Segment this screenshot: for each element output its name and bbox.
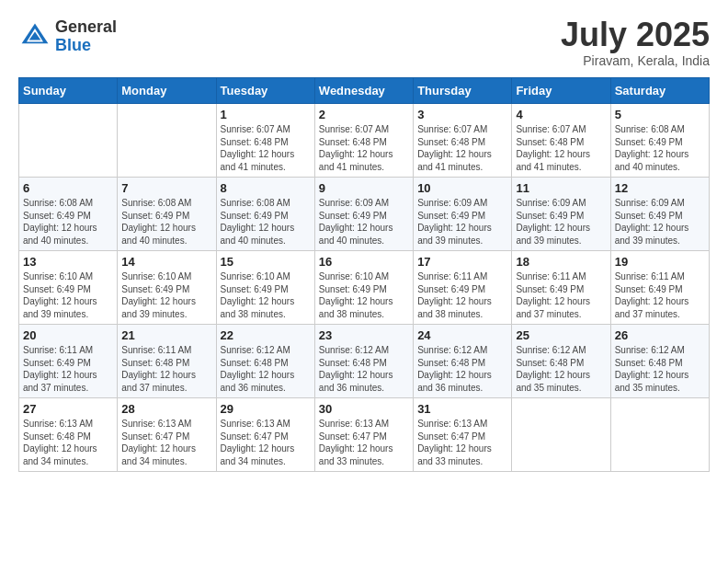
calendar-cell: 8Sunrise: 6:08 AMSunset: 6:49 PMDaylight… xyxy=(216,178,314,251)
day-number: 19 xyxy=(615,255,705,269)
title-block: July 2025 Piravam, Kerala, India xyxy=(561,18,710,68)
weekday-header: Wednesday xyxy=(314,78,413,104)
day-number: 3 xyxy=(417,108,507,121)
day-info: Sunrise: 6:12 AMSunset: 6:48 PMDaylight:… xyxy=(319,344,409,394)
calendar-cell: 18Sunrise: 6:11 AMSunset: 6:49 PMDayligh… xyxy=(512,251,610,325)
logo-icon xyxy=(18,20,51,53)
calendar-cell: 5Sunrise: 6:08 AMSunset: 6:49 PMDaylight… xyxy=(610,104,709,178)
day-number: 12 xyxy=(615,181,705,195)
day-info: Sunrise: 6:11 AMSunset: 6:49 PMDaylight:… xyxy=(615,270,705,320)
calendar-cell: 21Sunrise: 6:11 AMSunset: 6:48 PMDayligh… xyxy=(118,325,216,398)
day-info: Sunrise: 6:09 AMSunset: 6:49 PMDaylight:… xyxy=(417,197,507,247)
calendar-cell: 13Sunrise: 6:10 AMSunset: 6:49 PMDayligh… xyxy=(19,251,118,325)
day-number: 15 xyxy=(221,255,311,269)
weekday-header: Friday xyxy=(512,78,610,104)
calendar-header-row: SundayMondayTuesdayWednesdayThursdayFrid… xyxy=(19,78,710,104)
calendar-cell: 7Sunrise: 6:08 AMSunset: 6:49 PMDaylight… xyxy=(118,178,216,251)
calendar-cell: 31Sunrise: 6:13 AMSunset: 6:47 PMDayligh… xyxy=(414,398,512,472)
calendar-cell xyxy=(118,104,216,178)
day-info: Sunrise: 6:09 AMSunset: 6:49 PMDaylight:… xyxy=(615,197,705,247)
day-info: Sunrise: 6:07 AMSunset: 6:48 PMDaylight:… xyxy=(319,123,409,173)
day-number: 24 xyxy=(417,328,507,342)
day-info: Sunrise: 6:11 AMSunset: 6:49 PMDaylight:… xyxy=(23,344,113,394)
calendar-cell: 14Sunrise: 6:10 AMSunset: 6:49 PMDayligh… xyxy=(118,251,216,325)
calendar-cell: 1Sunrise: 6:07 AMSunset: 6:48 PMDaylight… xyxy=(216,104,314,178)
day-number: 17 xyxy=(417,255,507,269)
day-number: 9 xyxy=(319,181,409,195)
day-info: Sunrise: 6:12 AMSunset: 6:48 PMDaylight:… xyxy=(615,344,705,394)
day-number: 8 xyxy=(221,181,311,195)
calendar-cell: 11Sunrise: 6:09 AMSunset: 6:49 PMDayligh… xyxy=(512,178,610,251)
day-number: 11 xyxy=(516,181,606,195)
calendar-cell: 22Sunrise: 6:12 AMSunset: 6:48 PMDayligh… xyxy=(216,325,314,398)
day-info: Sunrise: 6:10 AMSunset: 6:49 PMDaylight:… xyxy=(121,270,211,320)
calendar-cell: 24Sunrise: 6:12 AMSunset: 6:48 PMDayligh… xyxy=(414,325,512,398)
day-number: 16 xyxy=(319,255,409,269)
day-number: 29 xyxy=(221,402,311,416)
day-number: 4 xyxy=(516,108,606,121)
day-info: Sunrise: 6:10 AMSunset: 6:49 PMDaylight:… xyxy=(23,270,113,320)
day-info: Sunrise: 6:13 AMSunset: 6:47 PMDaylight:… xyxy=(121,418,211,467)
calendar-cell: 2Sunrise: 6:07 AMSunset: 6:48 PMDaylight… xyxy=(314,104,413,178)
day-number: 20 xyxy=(23,328,113,342)
day-info: Sunrise: 6:07 AMSunset: 6:48 PMDaylight:… xyxy=(417,123,507,173)
calendar-week-row: 1Sunrise: 6:07 AMSunset: 6:48 PMDaylight… xyxy=(19,104,710,178)
page-header: General Blue July 2025 Piravam, Kerala, … xyxy=(18,18,710,68)
calendar-week-row: 13Sunrise: 6:10 AMSunset: 6:49 PMDayligh… xyxy=(19,251,710,325)
day-info: Sunrise: 6:08 AMSunset: 6:49 PMDaylight:… xyxy=(221,197,311,247)
day-number: 13 xyxy=(23,255,113,269)
month-title: July 2025 xyxy=(561,18,710,52)
day-info: Sunrise: 6:13 AMSunset: 6:47 PMDaylight:… xyxy=(221,418,311,467)
logo-general: General xyxy=(55,17,117,36)
logo-blue: Blue xyxy=(55,36,91,54)
day-number: 7 xyxy=(121,181,211,195)
day-number: 23 xyxy=(319,328,409,342)
day-number: 5 xyxy=(615,108,705,121)
calendar-week-row: 20Sunrise: 6:11 AMSunset: 6:49 PMDayligh… xyxy=(19,325,710,398)
day-info: Sunrise: 6:09 AMSunset: 6:49 PMDaylight:… xyxy=(516,197,606,247)
day-info: Sunrise: 6:13 AMSunset: 6:47 PMDaylight:… xyxy=(319,418,409,467)
day-info: Sunrise: 6:11 AMSunset: 6:49 PMDaylight:… xyxy=(417,270,507,320)
calendar-cell: 3Sunrise: 6:07 AMSunset: 6:48 PMDaylight… xyxy=(414,104,512,178)
calendar-cell xyxy=(512,398,610,472)
day-info: Sunrise: 6:08 AMSunset: 6:49 PMDaylight:… xyxy=(121,197,211,247)
calendar-cell: 28Sunrise: 6:13 AMSunset: 6:47 PMDayligh… xyxy=(118,398,216,472)
day-number: 18 xyxy=(516,255,606,269)
logo-text: General Blue xyxy=(55,18,117,55)
day-number: 14 xyxy=(121,255,211,269)
calendar-cell: 25Sunrise: 6:12 AMSunset: 6:48 PMDayligh… xyxy=(512,325,610,398)
calendar-cell: 19Sunrise: 6:11 AMSunset: 6:49 PMDayligh… xyxy=(610,251,709,325)
day-info: Sunrise: 6:11 AMSunset: 6:49 PMDaylight:… xyxy=(516,270,606,320)
calendar-cell: 6Sunrise: 6:08 AMSunset: 6:49 PMDaylight… xyxy=(19,178,118,251)
day-number: 25 xyxy=(516,328,606,342)
day-info: Sunrise: 6:07 AMSunset: 6:48 PMDaylight:… xyxy=(221,123,311,173)
day-number: 26 xyxy=(615,328,705,342)
calendar-cell: 10Sunrise: 6:09 AMSunset: 6:49 PMDayligh… xyxy=(414,178,512,251)
day-number: 31 xyxy=(417,402,507,416)
day-info: Sunrise: 6:12 AMSunset: 6:48 PMDaylight:… xyxy=(417,344,507,394)
weekday-header: Tuesday xyxy=(216,78,314,104)
location: Piravam, Kerala, India xyxy=(561,53,710,68)
day-info: Sunrise: 6:07 AMSunset: 6:48 PMDaylight:… xyxy=(516,123,606,173)
calendar-table: SundayMondayTuesdayWednesdayThursdayFrid… xyxy=(18,77,710,472)
calendar-cell: 23Sunrise: 6:12 AMSunset: 6:48 PMDayligh… xyxy=(314,325,413,398)
weekday-header: Saturday xyxy=(610,78,709,104)
day-info: Sunrise: 6:11 AMSunset: 6:48 PMDaylight:… xyxy=(121,344,211,394)
day-number: 30 xyxy=(319,402,409,416)
day-number: 6 xyxy=(23,181,113,195)
calendar-cell: 26Sunrise: 6:12 AMSunset: 6:48 PMDayligh… xyxy=(610,325,709,398)
day-number: 1 xyxy=(221,108,311,121)
day-info: Sunrise: 6:12 AMSunset: 6:48 PMDaylight:… xyxy=(221,344,311,394)
calendar-cell xyxy=(19,104,118,178)
logo: General Blue xyxy=(18,18,117,55)
day-number: 27 xyxy=(23,402,113,416)
calendar-cell: 17Sunrise: 6:11 AMSunset: 6:49 PMDayligh… xyxy=(414,251,512,325)
day-number: 10 xyxy=(417,181,507,195)
weekday-header: Monday xyxy=(118,78,216,104)
calendar-cell: 30Sunrise: 6:13 AMSunset: 6:47 PMDayligh… xyxy=(314,398,413,472)
weekday-header: Thursday xyxy=(414,78,512,104)
day-number: 28 xyxy=(121,402,211,416)
calendar-cell xyxy=(610,398,709,472)
calendar-cell: 29Sunrise: 6:13 AMSunset: 6:47 PMDayligh… xyxy=(216,398,314,472)
calendar-week-row: 6Sunrise: 6:08 AMSunset: 6:49 PMDaylight… xyxy=(19,178,710,251)
